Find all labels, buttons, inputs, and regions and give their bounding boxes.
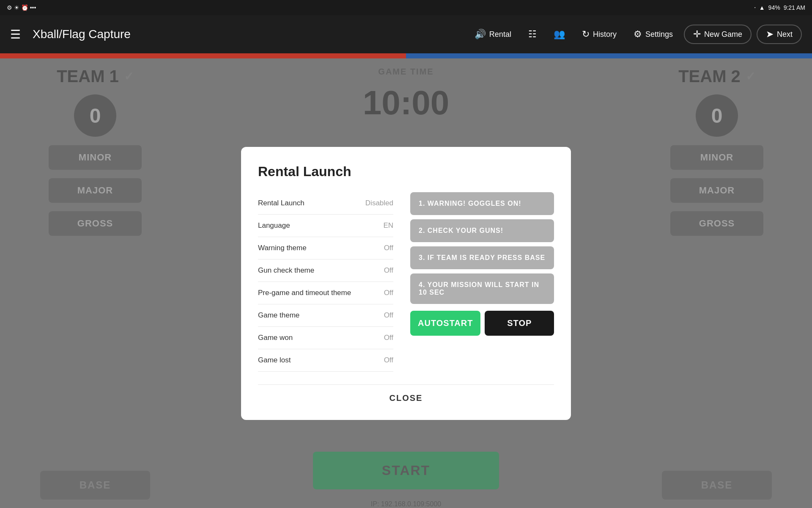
list-button[interactable]: ☷ [522, 25, 543, 43]
rental-icon: 🔊 [475, 29, 486, 40]
next-icon: ➤ [766, 29, 774, 40]
battery-level: 94% [768, 4, 780, 11]
setting-value: Off [384, 289, 393, 297]
setting-label: Rental Launch [258, 199, 304, 207]
setting-value: Off [384, 266, 393, 275]
status-bar-right: ⋅ ▲ 94% 9:21 AM [754, 4, 805, 11]
announcement-button[interactable]: 1. WARNING! GOGGLES ON! [410, 192, 554, 215]
modal-announcements: 1. WARNING! GOGGLES ON!2. CHECK YOUR GUN… [410, 192, 554, 372]
app-title: Xball/Flag Capture [33, 28, 460, 41]
setting-label: Game won [258, 334, 293, 342]
settings-button[interactable]: ⚙ Settings [628, 25, 679, 43]
new-game-label: New Game [704, 30, 742, 39]
history-button[interactable]: ↻ History [576, 25, 623, 43]
history-label: History [593, 30, 617, 39]
autostart-button[interactable]: AUTOSTART [410, 311, 480, 336]
top-nav: ☰ Xball/Flag Capture 🔊 Rental ☷ 👥 ↻ Hist… [0, 15, 812, 53]
announcement-button[interactable]: 4. YOUR MISSION WILL START IN 10 SEC [410, 273, 554, 304]
setting-label: Pre-game and timeout theme [258, 289, 351, 297]
settings-label: Settings [645, 30, 673, 39]
settings-icon: ⚙ [634, 29, 642, 40]
setting-label: Gun check theme [258, 266, 314, 275]
team-bars [0, 53, 812, 58]
history-icon: ↻ [582, 29, 590, 40]
time-display: 9:21 AM [784, 4, 805, 11]
next-label: Next [777, 30, 793, 39]
next-button[interactable]: ➤ Next [757, 25, 802, 44]
setting-row[interactable]: Game won Off [258, 327, 393, 349]
modal-overlay: Rental Launch Rental Launch Disabled Lan… [0, 58, 812, 508]
new-game-icon: ✛ [693, 29, 701, 40]
new-game-button[interactable]: ✛ New Game [684, 25, 752, 44]
setting-value: Off [384, 356, 393, 364]
people-icon: 👥 [554, 29, 565, 40]
modal-title: Rental Launch [258, 164, 554, 179]
modal-settings: Rental Launch Disabled Language EN Warni… [258, 192, 393, 372]
menu-icon[interactable]: ☰ [10, 28, 21, 41]
list-icon: ☷ [528, 29, 537, 40]
setting-row[interactable]: Gun check theme Off [258, 260, 393, 282]
modal-action-buttons: AUTOSTART STOP [410, 311, 554, 336]
setting-row[interactable]: Game theme Off [258, 304, 393, 327]
status-bar: ⚙ ☀ ⏰ ••• ⋅ ▲ 94% 9:21 AM [0, 0, 812, 15]
announcement-button[interactable]: 3. IF TEAM IS READY PRESS BASE [410, 246, 554, 269]
setting-row[interactable]: Warning theme Off [258, 237, 393, 260]
close-button[interactable]: CLOSE [390, 393, 423, 403]
game-area: TEAM 1 ✓ 0 MINOR MAJOR GROSS BASE GAME T… [0, 58, 812, 508]
rental-label: Rental [489, 30, 511, 39]
setting-value: Off [384, 334, 393, 342]
setting-label: Game lost [258, 356, 291, 364]
team1-color-bar [0, 53, 406, 58]
setting-row[interactable]: Game lost Off [258, 349, 393, 372]
modal-footer: CLOSE [258, 384, 554, 403]
setting-label: Game theme [258, 311, 299, 320]
team2-color-bar [406, 53, 812, 58]
setting-value: Disabled [365, 199, 393, 207]
setting-label: Warning theme [258, 244, 307, 252]
setting-row[interactable]: Language EN [258, 215, 393, 237]
nav-actions: 🔊 Rental ☷ 👥 ↻ History ⚙ Settings ✛ New … [469, 25, 802, 44]
rental-launch-modal: Rental Launch Rental Launch Disabled Lan… [241, 147, 571, 420]
people-button[interactable]: 👥 [548, 25, 571, 43]
setting-row[interactable]: Pre-game and timeout theme Off [258, 282, 393, 304]
setting-value: Off [384, 244, 393, 252]
setting-row[interactable]: Rental Launch Disabled [258, 192, 393, 215]
stop-button[interactable]: STOP [485, 311, 554, 336]
setting-value: Off [384, 311, 393, 320]
modal-body: Rental Launch Disabled Language EN Warni… [258, 192, 554, 372]
announcement-button[interactable]: 2. CHECK YOUR GUNS! [410, 219, 554, 242]
status-bar-left: ⚙ ☀ ⏰ ••• [7, 4, 36, 11]
system-icons: ⚙ ☀ ⏰ ••• [7, 4, 36, 11]
wifi-icon: ▲ [759, 4, 765, 11]
setting-label: Language [258, 221, 290, 230]
rental-button[interactable]: 🔊 Rental [469, 25, 517, 43]
setting-value: EN [383, 221, 393, 230]
bluetooth-icon: ⋅ [754, 4, 756, 11]
